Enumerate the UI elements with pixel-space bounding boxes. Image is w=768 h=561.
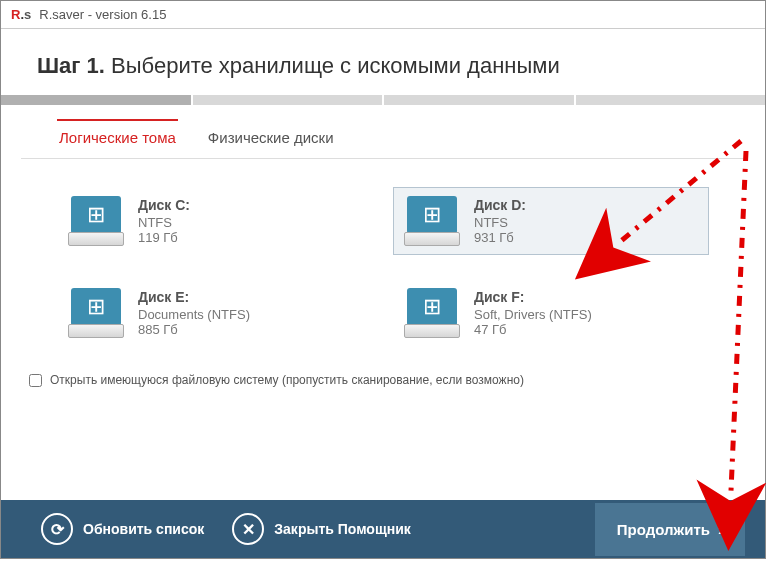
disk-icon: ⊞: [68, 196, 124, 246]
disk-size: 931 Гб: [474, 230, 526, 245]
disk-fs: NTFS: [474, 215, 526, 230]
skip-scan-checkbox[interactable]: [29, 374, 42, 387]
window-title: R.saver - version 6.15: [39, 7, 166, 22]
tab-logical-volumes[interactable]: Логические тома: [57, 119, 178, 154]
disk-icon: ⊞: [404, 288, 460, 338]
close-helper-button[interactable]: ✕ Закрыть Помощник: [232, 513, 410, 545]
disk-name: Диск F:: [474, 289, 592, 305]
titlebar: R.s R.saver - version 6.15: [1, 1, 765, 29]
continue-label: Продолжить: [617, 521, 710, 538]
disk-fs: Documents (NTFS): [138, 307, 250, 322]
refresh-button[interactable]: ⟳ Обновить список: [41, 513, 204, 545]
disk-size: 885 Гб: [138, 322, 250, 337]
disk-name: Диск C:: [138, 197, 190, 213]
disk-icon: ⊞: [68, 288, 124, 338]
footer: ⟳ Обновить список ✕ Закрыть Помощник Про…: [1, 500, 765, 558]
app-window: R.s R.saver - version 6.15 Шаг 1. Выбери…: [0, 0, 766, 559]
disk-item-d[interactable]: ⊞ Диск D: NTFS 931 Гб: [393, 187, 709, 255]
app-logo: R.s: [11, 7, 31, 22]
skip-scan-row: Открыть имеющуюся файловую систему (проп…: [1, 365, 765, 405]
step-header: Шаг 1. Выберите хранилище с искомыми дан…: [1, 29, 765, 95]
tabs: Логические тома Физические диски: [1, 105, 765, 158]
disk-grid: ⊞ Диск C: NTFS 119 Гб ⊞ Диск D: NTFS 931…: [1, 159, 765, 365]
tab-physical-disks[interactable]: Физические диски: [206, 121, 336, 154]
refresh-label: Обновить список: [83, 521, 204, 537]
disk-item-e[interactable]: ⊞ Диск E: Documents (NTFS) 885 Гб: [57, 279, 373, 347]
disk-item-c[interactable]: ⊞ Диск C: NTFS 119 Гб: [57, 187, 373, 255]
disk-fs: NTFS: [138, 215, 190, 230]
disk-icon: ⊞: [404, 196, 460, 246]
step-title: Шаг 1. Выберите хранилище с искомыми дан…: [37, 53, 729, 79]
refresh-icon: ⟳: [41, 513, 73, 545]
progress-bar: [1, 95, 765, 105]
disk-size: 47 Гб: [474, 322, 592, 337]
disk-name: Диск D:: [474, 197, 526, 213]
disk-fs: Soft, Drivers (NTFS): [474, 307, 592, 322]
close-icon: ✕: [232, 513, 264, 545]
disk-item-f[interactable]: ⊞ Диск F: Soft, Drivers (NTFS) 47 Гб: [393, 279, 709, 347]
disk-name: Диск E:: [138, 289, 250, 305]
chevron-right-icon: ›: [718, 521, 723, 538]
continue-button[interactable]: Продолжить ›: [595, 503, 745, 556]
skip-scan-label: Открыть имеющуюся файловую систему (проп…: [50, 373, 524, 387]
disk-size: 119 Гб: [138, 230, 190, 245]
close-label: Закрыть Помощник: [274, 521, 410, 537]
